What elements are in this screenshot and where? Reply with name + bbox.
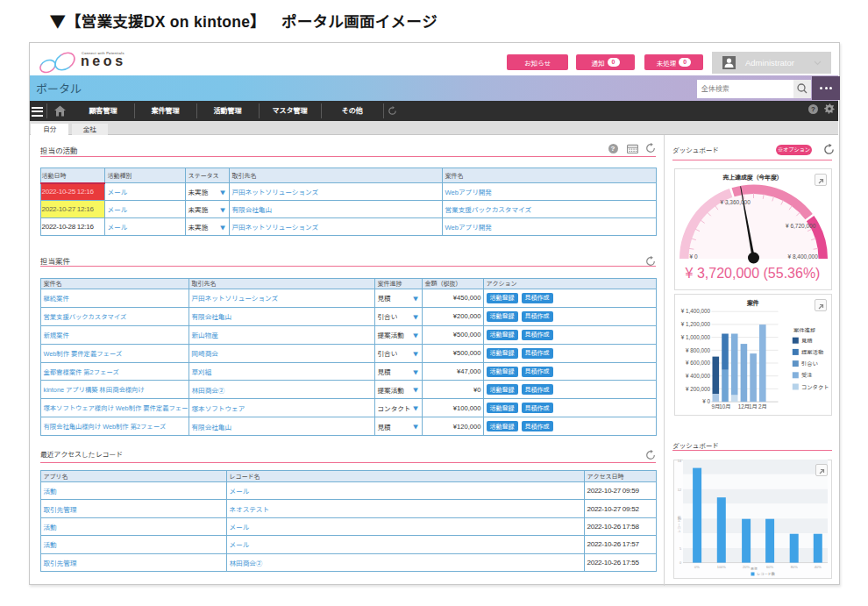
- svg-text:0%: 0%: [694, 565, 700, 569]
- svg-text:20%: 20%: [743, 565, 750, 569]
- svg-text:受注: 受注: [801, 372, 813, 378]
- svg-text:レコード数: レコード数: [677, 516, 681, 533]
- svg-text:5: 5: [679, 546, 680, 550]
- svg-text:12: 12: [677, 488, 680, 491]
- svg-text:40%: 40%: [814, 565, 821, 569]
- svg-text:¥ 1,200,000: ¥ 1,200,000: [680, 321, 710, 327]
- svg-text:1月: 1月: [749, 403, 758, 410]
- svg-text:コンタクト: コンタクト: [801, 384, 829, 390]
- svg-text:¥ 200,000: ¥ 200,000: [685, 386, 710, 392]
- svg-text:基準: 基準: [751, 566, 758, 570]
- svg-text:¥ 600,000: ¥ 600,000: [685, 360, 710, 366]
- svg-text:¥ 1,000,000: ¥ 1,000,000: [680, 334, 710, 340]
- svg-text:提案活動: 提案活動: [801, 349, 823, 355]
- svg-text:80%: 80%: [790, 565, 797, 569]
- svg-text:¥ 800,000: ¥ 800,000: [685, 347, 710, 353]
- svg-text:レコード数: レコード数: [757, 572, 775, 576]
- svg-text:見積: 見積: [801, 338, 813, 344]
- svg-text:¥ 1,400,000: ¥ 1,400,000: [680, 308, 710, 314]
- svg-text:14: 14: [677, 459, 680, 462]
- svg-text:60%: 60%: [766, 565, 773, 569]
- svg-text:100%: 100%: [716, 565, 726, 569]
- svg-text:¥ 400,000: ¥ 400,000: [685, 373, 710, 379]
- svg-text:0: 0: [679, 561, 680, 565]
- svg-text:案件進捗: 案件進捗: [793, 327, 816, 333]
- svg-text:¥ 0: ¥ 0: [702, 398, 710, 404]
- svg-text:2月: 2月: [758, 403, 767, 410]
- svg-text:10月: 10月: [719, 403, 730, 410]
- svg-text:引合い: 引合い: [801, 360, 818, 367]
